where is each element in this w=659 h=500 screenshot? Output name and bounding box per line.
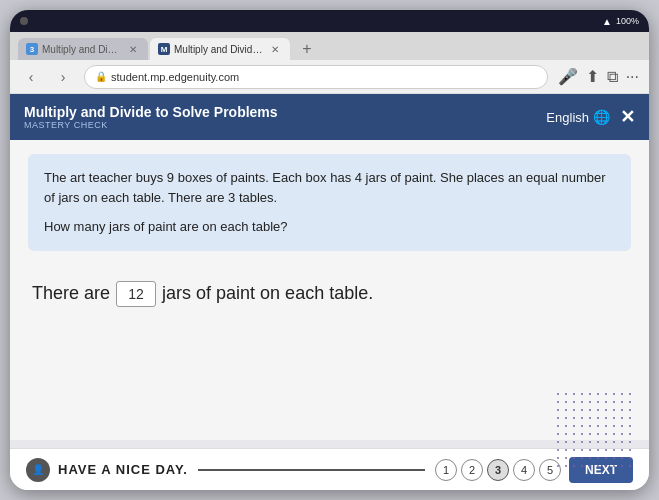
lock-icon: 🔒 — [95, 71, 107, 82]
globe-icon: 🌐 — [593, 109, 610, 125]
app-header-right: English 🌐 ✕ — [546, 106, 635, 128]
tab-active[interactable]: M Multiply and Divide to So ✕ — [150, 38, 290, 60]
tab-bar: 3 Multiply and Divide to So ✕ M Multiply… — [10, 32, 649, 60]
mastery-check-label: MASTERY CHECK — [24, 120, 278, 130]
tab-title-1: Multiply and Divide to So — [42, 44, 122, 55]
app-header: Multiply and Divide to Solve Problems MA… — [10, 94, 649, 140]
os-bar: ▲ 100% — [10, 10, 649, 32]
bottom-left: 👤 HAVE A NICE DAY. — [26, 458, 188, 482]
bookmark-button[interactable]: ⧉ — [607, 68, 618, 86]
tablet-frame: ▲ 100% 3 Multiply and Divide to So ✕ M M… — [10, 10, 649, 490]
more-button[interactable]: ··· — [626, 68, 639, 86]
os-bar-left — [20, 17, 28, 25]
app-title: Multiply and Divide to Solve Problems — [24, 104, 278, 120]
answer-input[interactable]: 12 — [116, 281, 156, 307]
app-header-left: Multiply and Divide to Solve Problems MA… — [24, 104, 278, 130]
have-nice-day-text: HAVE A NICE DAY. — [58, 462, 188, 477]
tab-favicon-2: M — [158, 43, 170, 55]
tab-title-2: Multiply and Divide to So — [174, 44, 264, 55]
tab-close-1[interactable]: ✕ — [126, 42, 140, 56]
mic-button[interactable]: 🎤 — [558, 67, 578, 86]
wifi-icon: ▲ — [602, 16, 612, 27]
answer-suffix: jars of paint on each table. — [162, 283, 373, 304]
language-label: English — [546, 110, 589, 125]
url-text: student.mp.edgenuity.com — [111, 71, 239, 83]
tab-close-2[interactable]: ✕ — [268, 42, 282, 56]
page-btn-2[interactable]: 2 — [461, 459, 483, 481]
tab-favicon-1: 3 — [26, 43, 38, 55]
tab-inactive[interactable]: 3 Multiply and Divide to So ✕ — [18, 38, 148, 60]
close-button[interactable]: ✕ — [620, 106, 635, 128]
answer-prefix: There are — [32, 283, 110, 304]
question-ask: How many jars of paint are on each table… — [44, 217, 615, 237]
avatar-icon: 👤 — [26, 458, 50, 482]
question-body: The art teacher buys 9 boxes of paints. … — [44, 168, 615, 207]
share-button[interactable]: ⬆ — [586, 67, 599, 86]
page-btn-4[interactable]: 4 — [513, 459, 535, 481]
battery-status: 100% — [616, 16, 639, 26]
pagination: 1 2 3 4 5 — [435, 459, 561, 481]
back-button[interactable]: ‹ — [20, 66, 42, 88]
question-box: The art teacher buys 9 boxes of paints. … — [28, 154, 631, 251]
answer-area: There are 12 jars of paint on each table… — [28, 271, 631, 317]
page-btn-1[interactable]: 1 — [435, 459, 457, 481]
forward-button[interactable]: › — [52, 66, 74, 88]
bottom-divider — [198, 469, 425, 471]
language-selector[interactable]: English 🌐 — [546, 109, 610, 125]
tab-add-button[interactable]: + — [296, 38, 318, 60]
browser-actions: 🎤 ⬆ ⧉ ··· — [558, 67, 639, 86]
page-btn-3[interactable]: 3 — [487, 459, 509, 481]
address-bar: ‹ › 🔒 student.mp.edgenuity.com 🎤 ⬆ ⧉ ··· — [10, 60, 649, 94]
url-bar[interactable]: 🔒 student.mp.edgenuity.com — [84, 65, 548, 89]
os-bar-right: ▲ 100% — [602, 16, 639, 27]
dots-decoration — [554, 390, 634, 470]
